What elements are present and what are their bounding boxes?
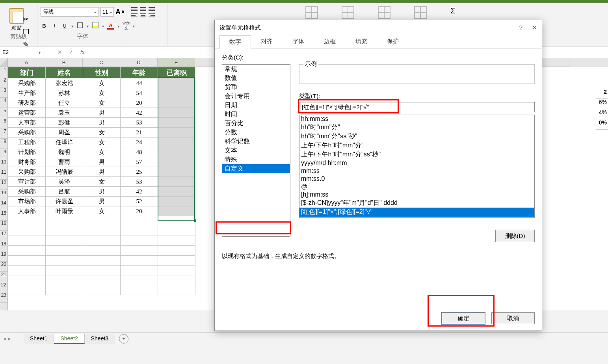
- row-header[interactable]: 3: [0, 87, 7, 98]
- type-list-item[interactable]: hh:mm:ss: [299, 115, 534, 123]
- dialog-tab[interactable]: 保护: [377, 35, 409, 48]
- row-header[interactable]: 11: [0, 169, 7, 180]
- table-cell[interactable]: 53: [121, 177, 158, 187]
- row-header[interactable]: 15: [0, 210, 7, 221]
- table-cell[interactable]: [158, 147, 195, 157]
- table-cell[interactable]: 运营部: [8, 108, 46, 118]
- table-header-cell[interactable]: 姓名: [46, 67, 83, 78]
- table-cell[interactable]: 24: [121, 137, 158, 147]
- table-cell[interactable]: 周圣: [46, 128, 83, 137]
- name-box[interactable]: E2: [0, 46, 43, 58]
- align-center-icon[interactable]: [140, 13, 146, 17]
- table-cell[interactable]: 叶雨景: [46, 206, 83, 216]
- table-cell[interactable]: 吕航: [46, 187, 83, 197]
- table-cell[interactable]: 吴泽: [46, 177, 83, 187]
- table-cell[interactable]: 25: [121, 167, 158, 177]
- category-list-item[interactable]: 科学记数: [222, 137, 290, 146]
- column-header[interactable]: A: [8, 58, 45, 67]
- table-cell[interactable]: 21: [121, 128, 158, 137]
- underline-button[interactable]: U: [61, 23, 68, 29]
- type-list-item[interactable]: mm:ss.0: [299, 175, 534, 183]
- align-middle-icon[interactable]: [140, 7, 146, 11]
- sheet-tab[interactable]: Sheet1: [24, 334, 54, 344]
- italic-button[interactable]: I: [51, 23, 58, 29]
- type-list-item[interactable]: [红色][=1]"×";[绿色][=2]"√": [299, 208, 534, 217]
- table-cell[interactable]: [158, 118, 195, 128]
- prev-sheet-icon[interactable]: ◂: [3, 336, 6, 342]
- dialog-tab[interactable]: 对齐: [251, 35, 283, 48]
- row-header[interactable]: 2: [0, 77, 7, 87]
- type-list-item[interactable]: [h]:mm:ss: [299, 191, 534, 199]
- table-cell[interactable]: 人事部: [8, 118, 46, 128]
- type-list-item[interactable]: 上午/下午h"时"mm"分": [299, 141, 534, 150]
- table-cell[interactable]: 男: [83, 197, 121, 206]
- row-header[interactable]: 4: [0, 98, 7, 108]
- font-name-dropdown[interactable]: 等线: [41, 7, 99, 17]
- cut-icon[interactable]: [23, 15, 32, 24]
- type-input[interactable]: [299, 102, 535, 112]
- row-header[interactable]: 6: [0, 118, 7, 128]
- row-header[interactable]: 7: [0, 128, 7, 139]
- row-header[interactable]: 22: [0, 282, 7, 292]
- category-list-item[interactable]: 自定义: [222, 164, 290, 173]
- table-cell[interactable]: [158, 167, 195, 177]
- next-sheet-icon[interactable]: ▸: [8, 336, 11, 342]
- table-cell[interactable]: 男: [83, 187, 121, 197]
- row-header[interactable]: 23: [0, 292, 7, 303]
- table-cell[interactable]: 任泽洋: [46, 137, 83, 147]
- table-cell[interactable]: 女: [83, 147, 121, 157]
- table-cell[interactable]: 42: [121, 108, 158, 118]
- align-bottom-icon[interactable]: [149, 7, 155, 11]
- category-list[interactable]: 常规数值货币会计专用日期时间百分比分数科学记数文本特殊自定义: [222, 64, 290, 237]
- row-header[interactable]: 19: [0, 251, 7, 262]
- format-table-icon[interactable]: [342, 6, 354, 19]
- copy-icon[interactable]: [23, 28, 32, 36]
- category-list-item[interactable]: 分数: [222, 128, 290, 137]
- table-cell[interactable]: 袁玉: [46, 108, 83, 118]
- table-cell[interactable]: 计划部: [8, 147, 46, 157]
- row-header[interactable]: 21: [0, 272, 7, 282]
- table-cell[interactable]: [158, 78, 195, 88]
- row-header[interactable]: 17: [0, 231, 7, 241]
- table-cell[interactable]: 采购部: [8, 128, 46, 137]
- table-cell[interactable]: 审计部: [8, 177, 46, 187]
- table-cell[interactable]: 52: [121, 197, 158, 206]
- table-cell[interactable]: [158, 128, 195, 137]
- type-list-item[interactable]: hh"时"mm"分": [299, 123, 534, 132]
- table-cell[interactable]: 54: [121, 88, 158, 98]
- row-header[interactable]: 14: [0, 200, 7, 210]
- type-list-item[interactable]: mm:ss: [299, 167, 534, 175]
- table-cell[interactable]: 任立: [46, 98, 83, 108]
- table-cell[interactable]: 48: [121, 147, 158, 157]
- row-header[interactable]: 12: [0, 180, 7, 190]
- dialog-tab[interactable]: 字体: [283, 35, 314, 48]
- table-header-cell[interactable]: 年龄: [121, 67, 158, 78]
- dialog-tab[interactable]: 填充: [346, 35, 377, 48]
- table-cell[interactable]: 男: [83, 118, 121, 128]
- category-list-item[interactable]: 文本: [222, 146, 290, 155]
- table-cell[interactable]: 曹雨: [46, 157, 83, 167]
- table-cell[interactable]: 女: [83, 137, 121, 147]
- table-cell[interactable]: 女: [83, 177, 121, 187]
- conditional-format-icon[interactable]: [305, 6, 318, 19]
- table-cell[interactable]: 男: [83, 157, 121, 167]
- category-list-item[interactable]: 百分比: [222, 119, 290, 128]
- table-cell[interactable]: 研发部: [8, 98, 46, 108]
- table-cell[interactable]: 市场部: [8, 197, 46, 206]
- table-cell[interactable]: [158, 98, 195, 108]
- sheet-tab[interactable]: Sheet2: [54, 334, 84, 344]
- row-header[interactable]: 13: [0, 190, 7, 200]
- category-list-item[interactable]: 时间: [222, 110, 290, 119]
- align-left-icon[interactable]: [131, 13, 138, 17]
- column-header[interactable]: B: [45, 58, 83, 67]
- table-cell[interactable]: 女: [83, 128, 121, 137]
- table-cell[interactable]: 20: [121, 206, 158, 216]
- confirm-edit-icon[interactable]: ✓: [69, 49, 73, 55]
- column-header[interactable]: E: [158, 58, 195, 67]
- category-list-item[interactable]: 特殊: [222, 155, 290, 164]
- align-top-icon[interactable]: [131, 7, 138, 11]
- chevron-down-icon[interactable]: [102, 23, 104, 29]
- table-cell[interactable]: 彭健: [46, 118, 83, 128]
- table-header-cell[interactable]: 性别: [83, 67, 121, 78]
- add-sheet-button[interactable]: +: [119, 334, 128, 344]
